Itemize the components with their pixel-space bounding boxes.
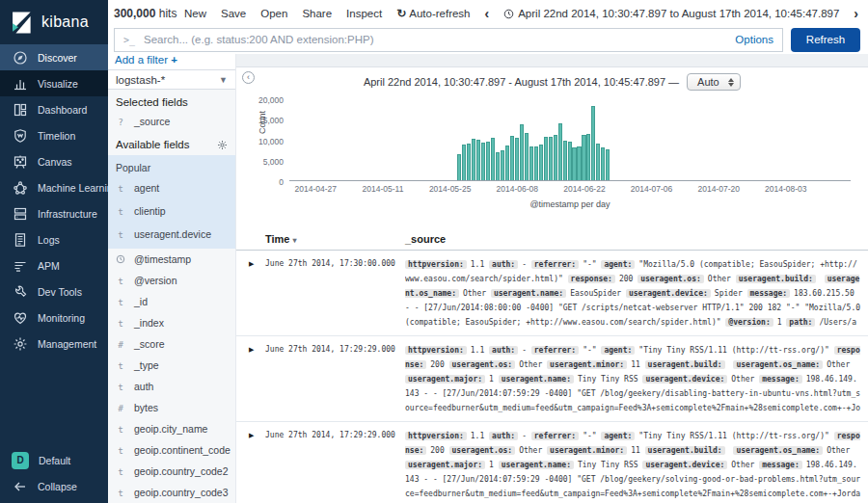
space-badge-icon: D	[12, 452, 29, 469]
field-name-badge: useragent.major:	[405, 461, 485, 469]
expand-row-icon[interactable]: ▶	[236, 257, 265, 330]
index-pattern-select[interactable]: logstash-* ▼	[108, 69, 235, 90]
available-field-_type[interactable]: t_type	[108, 355, 235, 376]
available-field-_index[interactable]: t_index	[108, 312, 235, 333]
histogram-bar[interactable]	[577, 146, 581, 180]
histogram-bar[interactable]	[572, 147, 576, 180]
histogram-bar[interactable]	[515, 138, 519, 180]
sidebar-item-dashboard[interactable]: Dashboard	[0, 96, 108, 122]
popular-field-useragent.device[interactable]: tuseragent.device	[108, 223, 235, 246]
available-field-geoip.country_code3[interactable]: tgeoip.country_code3	[108, 482, 235, 503]
collapse-sidebar-chevron-icon[interactable]: ‹	[242, 71, 255, 84]
field-name: _index	[134, 317, 164, 329]
available-field-geoip.country_code2[interactable]: tgeoip.country_code2	[108, 461, 235, 482]
top-strip	[236, 54, 868, 67]
sidebar-item-management[interactable]: Management	[0, 331, 108, 357]
histogram-bar[interactable]	[563, 141, 567, 180]
histogram-bar[interactable]	[596, 144, 600, 180]
sidebar-item-default-space[interactable]: D Default	[0, 447, 108, 473]
histogram-bar[interactable]	[539, 145, 543, 180]
sidebar-item-dev-tools[interactable]: Dev Tools	[0, 278, 108, 304]
histogram-bar[interactable]	[549, 137, 553, 181]
time-forward-chevron-icon[interactable]: ›	[854, 7, 858, 20]
available-field-auth[interactable]: tauth	[108, 376, 235, 397]
x-tick-label: 2014-06-08	[492, 184, 542, 194]
histogram-bar[interactable]	[582, 135, 585, 180]
histogram-bar[interactable]	[525, 133, 529, 180]
histogram-bar[interactable]	[568, 142, 572, 180]
sidebar-item-discover[interactable]: Discover	[0, 44, 108, 70]
kibana-logo[interactable]: kibana	[0, 0, 108, 44]
sidebar-item-timelion[interactable]: Timelion	[0, 122, 108, 148]
histogram-bar[interactable]	[481, 143, 485, 181]
sidebar-bottom: D Default Collapse	[0, 447, 108, 503]
histogram-bar[interactable]	[554, 135, 557, 180]
menu-item-save[interactable]: Save	[221, 8, 246, 19]
histogram-bar[interactable]	[505, 146, 509, 181]
menu-item-inspect[interactable]: Inspect	[346, 8, 382, 19]
available-field-geoip.continent_code[interactable]: tgeoip.continent_code	[108, 439, 235, 461]
field-type-unknown-icon: ?	[116, 117, 125, 127]
available-field-@version[interactable]: t@version	[108, 270, 235, 291]
sidebar-item-canvas[interactable]: Canvas	[0, 148, 108, 174]
time-back-chevron-icon[interactable]: ‹	[485, 7, 490, 20]
refresh-button[interactable]: Refresh	[791, 28, 860, 52]
available-field-bytes[interactable]: #bytes	[108, 397, 235, 418]
histogram-bar[interactable]	[457, 154, 461, 180]
sidebar-item-label: Canvas	[38, 156, 72, 168]
histogram-bar[interactable]	[467, 144, 471, 180]
sidebar-item-infrastructure[interactable]: Infrastructure	[0, 200, 108, 226]
expand-row-icon[interactable]: ▶	[236, 429, 265, 501]
available-field-_score[interactable]: #_score	[108, 333, 235, 355]
histogram-bar[interactable]	[534, 146, 538, 180]
field-name-badge: agent:	[601, 346, 635, 355]
field-type-string-icon: t	[116, 445, 125, 456]
histogram-bar[interactable]	[520, 124, 524, 180]
histogram-bar[interactable]	[586, 134, 590, 180]
add-filter-button[interactable]: Add a filter +	[108, 54, 235, 69]
sidebar-item-machine-learning[interactable]: Machine Learning	[0, 174, 108, 200]
histogram-bar[interactable]	[544, 137, 548, 180]
available-field-geoip.city_name[interactable]: tgeoip.city_name	[108, 418, 235, 439]
popular-field-clientip[interactable]: tclientip	[108, 199, 235, 223]
histogram-bar[interactable]	[501, 150, 504, 180]
selected-fields-list: ?_source	[108, 111, 235, 132]
histogram-bar[interactable]	[491, 138, 495, 180]
selected-field-_source[interactable]: ?_source	[108, 111, 235, 132]
gear-icon[interactable]	[217, 140, 228, 150]
sidebar-item-monitoring[interactable]: Monitoring	[0, 304, 108, 331]
expand-row-icon[interactable]: ▶	[236, 343, 265, 415]
menu-item-share[interactable]: Share	[302, 8, 332, 19]
field-name-badge: message:	[759, 461, 802, 469]
search-input[interactable]: >_ Search... (e.g. status:200 AND extens…	[114, 28, 783, 52]
popular-field-agent[interactable]: tagent	[108, 176, 235, 199]
interval-select[interactable]: Auto	[687, 73, 741, 91]
field-name-badge: useragent.name:	[499, 375, 574, 384]
time-column-header[interactable]: Time▾	[265, 233, 405, 245]
auto-refresh-button[interactable]: ↻Auto-refresh	[396, 7, 470, 20]
histogram-bar[interactable]	[591, 106, 595, 180]
histogram-bar[interactable]	[529, 146, 533, 180]
histogram-bar[interactable]	[486, 142, 490, 180]
sidebar-item-apm[interactable]: APM	[0, 252, 108, 278]
histogram-bar[interactable]	[558, 123, 562, 180]
time-range-picker[interactable]: April 22nd 2014, 10:30:47.897 to August …	[503, 8, 839, 19]
collapse-arrow-icon	[13, 479, 28, 494]
histogram-bar[interactable]	[462, 145, 466, 180]
sidebar-item-collapse[interactable]: Collapse	[0, 473, 108, 499]
histogram-bar[interactable]	[510, 136, 514, 180]
menu-item-open[interactable]: Open	[260, 8, 287, 19]
available-field-_id[interactable]: t_id	[108, 291, 235, 312]
menu-item-new[interactable]: New	[184, 8, 206, 19]
available-field-@timestamp[interactable]: @timestamp	[108, 249, 235, 270]
histogram-bar[interactable]	[472, 139, 475, 180]
options-link[interactable]: Options	[735, 34, 773, 45]
field-name-badge: useragent.build:	[645, 360, 725, 369]
histogram-bar[interactable]	[601, 147, 605, 180]
sidebar-item-logs[interactable]: Logs	[0, 226, 108, 252]
histogram-bar[interactable]	[496, 152, 500, 180]
sidebar-item-visualize[interactable]: Visualize	[0, 70, 108, 96]
histogram-bar[interactable]	[476, 140, 480, 181]
x-axis-label: @timestamp per day	[289, 199, 851, 209]
histogram-bar[interactable]	[606, 149, 610, 180]
